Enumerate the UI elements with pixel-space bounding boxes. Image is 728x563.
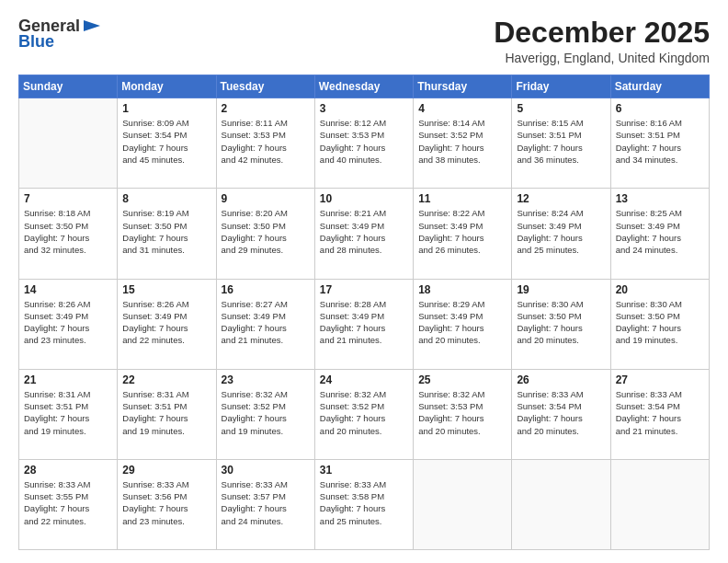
day-number: 25 xyxy=(418,373,506,386)
day-number: 27 xyxy=(616,373,704,386)
calendar-cell: 15Sunrise: 8:26 AMSunset: 3:49 PMDayligh… xyxy=(118,279,216,369)
header: General Blue December 2025 Haverigg, Eng… xyxy=(18,17,710,65)
calendar-week-row: 1Sunrise: 8:09 AMSunset: 3:54 PMDaylight… xyxy=(19,98,710,189)
calendar-cell: 13Sunrise: 8:25 AMSunset: 3:49 PMDayligh… xyxy=(610,189,709,279)
day-number: 9 xyxy=(222,192,310,205)
day-number: 8 xyxy=(122,192,210,205)
day-info: Sunrise: 8:12 AMSunset: 3:53 PMDaylight:… xyxy=(320,117,408,166)
day-info: Sunrise: 8:32 AMSunset: 3:53 PMDaylight:… xyxy=(418,388,506,437)
calendar-cell xyxy=(610,459,709,549)
day-number: 1 xyxy=(122,102,210,115)
day-info: Sunrise: 8:30 AMSunset: 3:50 PMDaylight:… xyxy=(616,298,704,347)
weekday-header-wednesday: Wednesday xyxy=(314,75,413,98)
calendar-cell: 19Sunrise: 8:30 AMSunset: 3:50 PMDayligh… xyxy=(512,279,610,369)
calendar-cell: 25Sunrise: 8:32 AMSunset: 3:53 PMDayligh… xyxy=(414,369,512,459)
day-number: 23 xyxy=(222,373,310,386)
day-info: Sunrise: 8:31 AMSunset: 3:51 PMDaylight:… xyxy=(122,388,210,437)
calendar-cell: 28Sunrise: 8:33 AMSunset: 3:55 PMDayligh… xyxy=(19,459,118,549)
calendar-cell: 20Sunrise: 8:30 AMSunset: 3:50 PMDayligh… xyxy=(610,279,709,369)
calendar-cell: 10Sunrise: 8:21 AMSunset: 3:49 PMDayligh… xyxy=(314,189,413,279)
weekday-header-thursday: Thursday xyxy=(414,75,512,98)
day-number: 5 xyxy=(517,102,605,115)
calendar-cell: 26Sunrise: 8:33 AMSunset: 3:54 PMDayligh… xyxy=(512,369,610,459)
day-number: 19 xyxy=(517,283,605,296)
weekday-header-saturday: Saturday xyxy=(610,75,709,98)
day-info: Sunrise: 8:33 AMSunset: 3:55 PMDaylight:… xyxy=(24,478,112,527)
page: General Blue December 2025 Haverigg, Eng… xyxy=(0,0,728,563)
day-number: 13 xyxy=(616,192,704,205)
calendar-cell: 16Sunrise: 8:27 AMSunset: 3:49 PMDayligh… xyxy=(216,279,314,369)
calendar-cell: 4Sunrise: 8:14 AMSunset: 3:52 PMDaylight… xyxy=(414,98,512,189)
calendar-cell: 7Sunrise: 8:18 AMSunset: 3:50 PMDaylight… xyxy=(19,189,118,279)
day-number: 2 xyxy=(222,102,310,115)
day-info: Sunrise: 8:24 AMSunset: 3:49 PMDaylight:… xyxy=(517,207,605,256)
calendar-cell: 18Sunrise: 8:29 AMSunset: 3:49 PMDayligh… xyxy=(414,279,512,369)
day-number: 24 xyxy=(320,373,408,386)
day-info: Sunrise: 8:09 AMSunset: 3:54 PMDaylight:… xyxy=(122,117,210,166)
day-number: 18 xyxy=(418,283,506,296)
day-info: Sunrise: 8:22 AMSunset: 3:49 PMDaylight:… xyxy=(418,207,506,256)
calendar-cell: 27Sunrise: 8:33 AMSunset: 3:54 PMDayligh… xyxy=(610,369,709,459)
calendar-cell: 21Sunrise: 8:31 AMSunset: 3:51 PMDayligh… xyxy=(19,369,118,459)
calendar-cell: 31Sunrise: 8:33 AMSunset: 3:58 PMDayligh… xyxy=(314,459,413,549)
day-info: Sunrise: 8:26 AMSunset: 3:49 PMDaylight:… xyxy=(122,298,210,347)
day-number: 15 xyxy=(122,283,210,296)
day-info: Sunrise: 8:11 AMSunset: 3:53 PMDaylight:… xyxy=(222,117,310,166)
day-number: 28 xyxy=(24,464,112,477)
svg-marker-0 xyxy=(84,20,100,31)
day-number: 22 xyxy=(122,373,210,386)
calendar-week-row: 7Sunrise: 8:18 AMSunset: 3:50 PMDaylight… xyxy=(19,189,710,279)
day-info: Sunrise: 8:33 AMSunset: 3:54 PMDaylight:… xyxy=(517,388,605,437)
day-number: 16 xyxy=(222,283,310,296)
logo: General Blue xyxy=(18,17,102,52)
day-info: Sunrise: 8:33 AMSunset: 3:54 PMDaylight:… xyxy=(616,388,704,437)
weekday-header-sunday: Sunday xyxy=(19,75,118,98)
calendar-cell: 17Sunrise: 8:28 AMSunset: 3:49 PMDayligh… xyxy=(314,279,413,369)
day-info: Sunrise: 8:32 AMSunset: 3:52 PMDaylight:… xyxy=(222,388,310,437)
logo-flag-icon xyxy=(82,18,102,35)
title-section: December 2025 Haverigg, England, United … xyxy=(494,17,710,65)
calendar-cell: 2Sunrise: 8:11 AMSunset: 3:53 PMDaylight… xyxy=(216,98,314,189)
calendar-week-row: 21Sunrise: 8:31 AMSunset: 3:51 PMDayligh… xyxy=(19,369,710,459)
day-number: 30 xyxy=(222,464,310,477)
day-info: Sunrise: 8:25 AMSunset: 3:49 PMDaylight:… xyxy=(616,207,704,256)
day-info: Sunrise: 8:29 AMSunset: 3:49 PMDaylight:… xyxy=(418,298,506,347)
day-number: 3 xyxy=(320,102,408,115)
month-title: December 2025 xyxy=(494,17,710,49)
calendar-cell: 8Sunrise: 8:19 AMSunset: 3:50 PMDaylight… xyxy=(118,189,216,279)
calendar-cell xyxy=(19,98,118,189)
day-info: Sunrise: 8:14 AMSunset: 3:52 PMDaylight:… xyxy=(418,117,506,166)
day-number: 20 xyxy=(616,283,704,296)
calendar-cell: 22Sunrise: 8:31 AMSunset: 3:51 PMDayligh… xyxy=(118,369,216,459)
calendar-cell: 1Sunrise: 8:09 AMSunset: 3:54 PMDaylight… xyxy=(118,98,216,189)
calendar-week-row: 14Sunrise: 8:26 AMSunset: 3:49 PMDayligh… xyxy=(19,279,710,369)
day-number: 26 xyxy=(517,373,605,386)
day-number: 11 xyxy=(418,192,506,205)
day-number: 10 xyxy=(320,192,408,205)
calendar-cell xyxy=(414,459,512,549)
day-info: Sunrise: 8:21 AMSunset: 3:49 PMDaylight:… xyxy=(320,207,408,256)
weekday-header-tuesday: Tuesday xyxy=(216,75,314,98)
logo-blue-text: Blue xyxy=(18,32,54,51)
calendar-cell: 3Sunrise: 8:12 AMSunset: 3:53 PMDaylight… xyxy=(314,98,413,189)
location-subtitle: Haverigg, England, United Kingdom xyxy=(494,51,710,65)
calendar-cell: 14Sunrise: 8:26 AMSunset: 3:49 PMDayligh… xyxy=(19,279,118,369)
day-number: 14 xyxy=(24,283,112,296)
day-info: Sunrise: 8:20 AMSunset: 3:50 PMDaylight:… xyxy=(222,207,310,256)
day-info: Sunrise: 8:33 AMSunset: 3:56 PMDaylight:… xyxy=(122,478,210,527)
day-number: 12 xyxy=(517,192,605,205)
calendar-cell: 11Sunrise: 8:22 AMSunset: 3:49 PMDayligh… xyxy=(414,189,512,279)
weekday-header-row: SundayMondayTuesdayWednesdayThursdayFrid… xyxy=(19,75,710,98)
day-info: Sunrise: 8:33 AMSunset: 3:58 PMDaylight:… xyxy=(320,478,408,527)
day-info: Sunrise: 8:15 AMSunset: 3:51 PMDaylight:… xyxy=(517,117,605,166)
day-number: 4 xyxy=(418,102,506,115)
day-number: 31 xyxy=(320,464,408,477)
day-number: 21 xyxy=(24,373,112,386)
calendar-cell: 6Sunrise: 8:16 AMSunset: 3:51 PMDaylight… xyxy=(610,98,709,189)
weekday-header-monday: Monday xyxy=(118,75,216,98)
day-number: 6 xyxy=(616,102,704,115)
day-info: Sunrise: 8:19 AMSunset: 3:50 PMDaylight:… xyxy=(122,207,210,256)
calendar-cell: 24Sunrise: 8:32 AMSunset: 3:52 PMDayligh… xyxy=(314,369,413,459)
calendar-cell: 30Sunrise: 8:33 AMSunset: 3:57 PMDayligh… xyxy=(216,459,314,549)
day-info: Sunrise: 8:18 AMSunset: 3:50 PMDaylight:… xyxy=(24,207,112,256)
